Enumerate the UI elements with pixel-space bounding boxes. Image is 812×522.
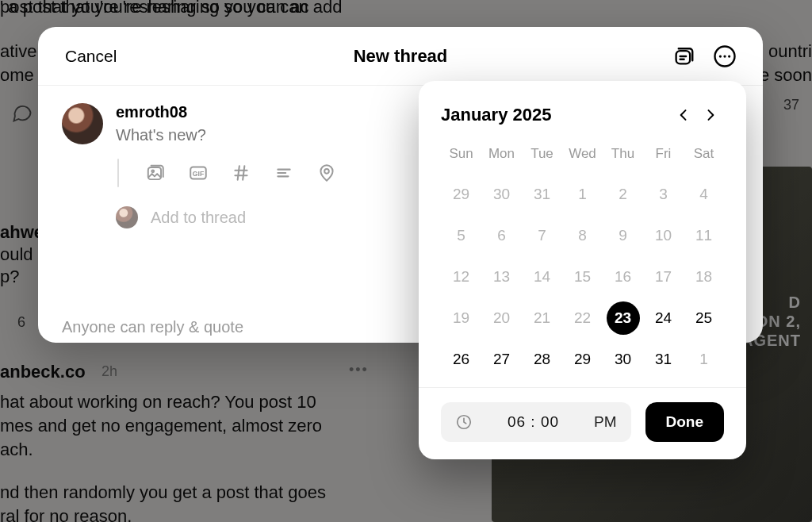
time-picker[interactable]: 06 : 00 PM: [441, 402, 631, 442]
calendar-day: 15: [566, 260, 599, 294]
svg-point-9: [324, 169, 329, 174]
prev-month-button[interactable]: [670, 102, 697, 129]
calendar-day: 2: [607, 178, 640, 211]
calendar-day: 29: [445, 178, 478, 211]
more-options-icon[interactable]: [710, 42, 739, 71]
svg-rect-5: [148, 167, 161, 179]
clock-icon: [455, 413, 473, 431]
calendar-day[interactable]: 28: [526, 343, 559, 376]
calendar-day: 14: [526, 260, 559, 294]
calendar-day: 8: [566, 219, 599, 252]
calendar-day[interactable]: 30: [607, 343, 640, 376]
attach-hashtag-icon[interactable]: [230, 162, 252, 184]
calendar-day: 13: [485, 260, 519, 294]
drafts-icon[interactable]: [669, 42, 698, 71]
compose-header: Cancel New thread: [38, 27, 763, 86]
calendar-day[interactable]: 25: [688, 301, 721, 335]
dow-label: Sun: [441, 141, 481, 170]
chevron-left-icon: [676, 107, 691, 123]
add-to-thread-button[interactable]: Add to thread: [151, 209, 246, 227]
calendar-day: 9: [607, 219, 640, 252]
month-label: January 2025: [441, 105, 670, 125]
calendar-day: 6: [485, 219, 519, 252]
dow-label: Mon: [481, 141, 522, 170]
dow-label: Wed: [562, 141, 603, 170]
svg-text:GIF: GIF: [193, 170, 204, 178]
calendar-day[interactable]: 23: [607, 301, 640, 335]
calendar-day: 12: [445, 260, 478, 294]
svg-point-6: [151, 170, 154, 172]
calendar-day: 18: [688, 260, 721, 294]
avatar-small: [116, 206, 138, 228]
calendar-day: 1: [566, 178, 599, 211]
dow-label: Fri: [643, 141, 684, 170]
attach-gif-icon[interactable]: GIF: [187, 162, 209, 184]
avatar[interactable]: [62, 103, 103, 144]
calendar-day: 31: [526, 178, 559, 211]
attach-location-icon[interactable]: [316, 162, 338, 184]
calendar-day: 22: [566, 301, 599, 335]
ampm-value: PM: [594, 413, 617, 431]
calendar-day[interactable]: 27: [485, 343, 519, 376]
schedule-calendar-popover: January 2025 SunMonTueWedThuFriSat293031…: [419, 81, 746, 459]
time-value: 06 : 00: [484, 413, 583, 431]
calendar-day: 5: [445, 219, 478, 252]
thread-line: [117, 159, 119, 187]
attach-image-icon[interactable]: [144, 162, 167, 184]
calendar-day: 4: [688, 178, 721, 211]
calendar-day: 10: [647, 219, 680, 252]
cancel-button[interactable]: Cancel: [62, 42, 120, 71]
next-month-button[interactable]: [697, 102, 724, 129]
calendar-day[interactable]: 31: [647, 343, 680, 376]
calendar-day: 21: [526, 301, 559, 335]
calendar-day[interactable]: 26: [445, 343, 478, 376]
calendar-day: 7: [526, 219, 559, 252]
calendar-day: 3: [647, 178, 680, 211]
calendar-day: 20: [485, 301, 519, 335]
dow-label: Sat: [684, 141, 724, 170]
calendar-day: 11: [688, 219, 721, 252]
done-button[interactable]: Done: [645, 402, 725, 442]
calendar-day: 17: [647, 260, 680, 294]
chevron-right-icon: [703, 107, 718, 123]
calendar-day: 1: [688, 343, 721, 376]
calendar-day[interactable]: 24: [647, 301, 680, 335]
divider: [419, 387, 746, 388]
calendar-day[interactable]: 29: [566, 343, 599, 376]
svg-point-3: [723, 55, 726, 57]
calendar-day: 30: [485, 178, 519, 211]
svg-rect-0: [676, 51, 691, 63]
svg-point-4: [728, 55, 730, 57]
calendar-day: 19: [445, 301, 478, 335]
calendar-grid: SunMonTueWedThuFriSat2930311234567891011…: [441, 141, 724, 376]
modal-title: New thread: [38, 46, 763, 67]
dow-label: Thu: [603, 141, 643, 170]
attach-poll-icon[interactable]: [273, 162, 295, 184]
svg-point-2: [719, 55, 722, 57]
dow-label: Tue: [522, 141, 562, 170]
calendar-day: 16: [607, 260, 640, 294]
